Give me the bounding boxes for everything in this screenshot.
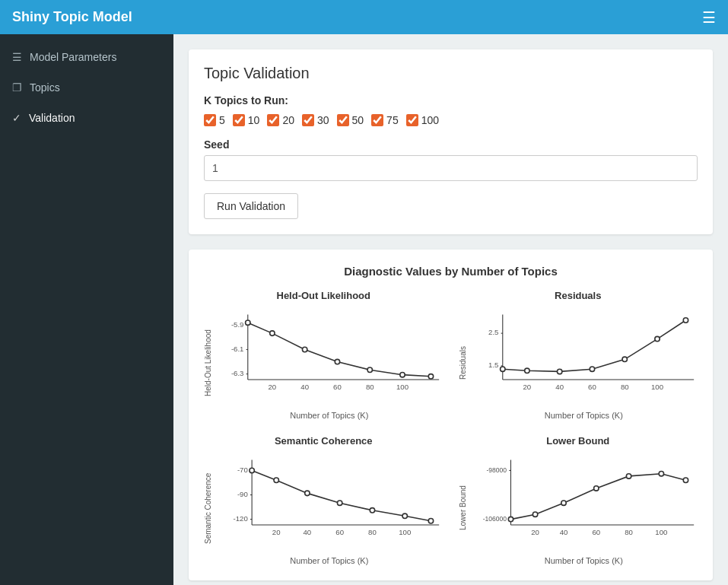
checkboxes-group: 5 10 20 30 50 [204,114,698,126]
main-content: Topic Validation K Topics to Run: 5 10 2… [173,34,728,585]
svg-text:2.5: 2.5 [488,328,498,336]
svg-text:-6.3: -6.3 [231,369,244,377]
sidebar: ☰ Model Parameters ❐ Topics ✓ Validation [0,34,173,585]
checkbox-50[interactable]: 50 [337,114,364,126]
k-topics-label: K Topics to Run: [204,94,698,107]
svg-text:40: 40 [304,528,312,536]
lower-bound-chart: Lower Bound Lower Bound -98000 -106000 [459,435,698,565]
svg-text:-120: -120 [234,514,248,523]
checkbox-75-label: 75 [386,114,399,126]
svg-point-19 [428,374,433,379]
residuals-area: 2.5 1.5 20 40 60 80 100 [470,306,698,420]
residuals-wrapper: Residuals 2.5 1.5 20 [459,306,698,420]
svg-point-18 [400,372,405,377]
lower-bound-wrapper: Lower Bound -98000 -106000 [459,451,698,565]
svg-text:20: 20 [523,383,531,391]
svg-text:60: 60 [592,528,600,536]
svg-text:20: 20 [272,528,281,536]
semantic-wrapper: Semantic Coherence -70 -90 -120 [204,451,443,565]
run-validation-button[interactable]: Run Validation [204,193,298,219]
svg-point-53 [305,491,310,495]
svg-text:60: 60 [333,383,342,391]
lower-bound-x-label: Number of Topics (K) [470,556,698,565]
checkbox-5-label: 5 [219,114,225,126]
svg-text:80: 80 [620,383,628,391]
residuals-y-label: Residuals [459,306,467,420]
svg-text:40: 40 [555,383,564,391]
svg-point-71 [561,501,565,505]
checkbox-100-label: 100 [421,114,439,126]
svg-point-14 [270,331,275,335]
svg-point-16 [335,359,339,364]
svg-point-17 [367,367,372,372]
checkbox-100[interactable]: 100 [406,114,439,126]
svg-point-34 [590,367,594,371]
svg-point-75 [683,478,688,482]
semantic-y-label: Semantic Coherence [204,451,212,565]
list-icon: ☰ [12,51,22,63]
sidebar-item-label: Model Parameters [30,51,116,63]
semantic-chart: Semantic Coherence Semantic Coherence -7… [204,435,443,565]
checkbox-30[interactable]: 30 [302,114,329,126]
svg-point-32 [524,368,529,373]
svg-text:80: 80 [625,528,633,536]
checkbox-5[interactable]: 5 [204,114,225,126]
checkbox-5-input[interactable] [204,114,216,126]
checkbox-20-input[interactable] [267,114,279,126]
checkbox-100-input[interactable] [406,114,418,126]
checkbox-20[interactable]: 20 [267,114,294,126]
sidebar-item-topics[interactable]: ❐ Topics [0,72,173,103]
svg-point-73 [626,474,631,478]
check-icon: ✓ [12,112,21,124]
svg-point-15 [302,347,307,351]
checkbox-50-input[interactable] [337,114,349,126]
svg-point-13 [246,320,250,325]
panel-title: Topic Validation [204,65,698,82]
sidebar-item-label: Validation [29,112,75,124]
hamburger-icon[interactable]: ☰ [702,8,716,27]
held-out-wrapper: Held-Out Likelihood -5.9 -6.1 [204,306,443,420]
checkbox-10[interactable]: 10 [233,114,260,126]
svg-text:100: 100 [399,528,411,536]
sidebar-item-validation[interactable]: ✓ Validation [0,103,173,133]
sidebar-item-model-parameters[interactable]: ☰ Model Parameters [0,42,173,72]
checkbox-75[interactable]: 75 [371,114,399,126]
semantic-x-label: Number of Topics (K) [215,556,443,565]
svg-point-54 [337,501,342,505]
svg-point-51 [250,468,254,472]
svg-point-33 [557,369,561,374]
svg-text:1.5: 1.5 [488,361,498,369]
svg-text:60: 60 [335,528,344,536]
residuals-x-label: Number of Topics (K) [470,411,698,420]
svg-text:-98000: -98000 [486,466,507,474]
checkbox-20-label: 20 [282,114,294,126]
svg-point-72 [593,486,598,491]
app-title: Shiny Topic Model [12,9,702,25]
charts-grid: Held-Out Likelihood Held-Out Likelihood … [204,290,698,565]
svg-text:80: 80 [368,528,377,536]
semantic-title: Semantic Coherence [204,435,443,447]
svg-point-31 [500,367,504,371]
checkbox-30-label: 30 [317,114,329,126]
seed-input[interactable] [204,155,698,181]
checkbox-10-input[interactable] [233,114,245,126]
svg-point-70 [532,512,537,517]
sidebar-item-label: Topics [30,81,60,94]
lower-bound-area: -98000 -106000 20 40 60 80 100 [470,451,698,565]
charts-main-title: Diagnostic Values by Number of Topics [204,265,698,278]
svg-text:40: 40 [300,383,309,391]
svg-point-35 [622,357,627,361]
svg-text:100: 100 [650,383,663,391]
checkbox-30-input[interactable] [302,114,314,126]
svg-text:-90: -90 [237,490,248,498]
svg-text:40: 40 [559,528,567,536]
validation-panel: Topic Validation K Topics to Run: 5 10 2… [189,49,713,234]
checkbox-75-input[interactable] [371,114,383,126]
svg-text:-5.9: -5.9 [231,320,244,329]
svg-point-52 [274,478,278,482]
seed-label: Seed [204,138,698,151]
svg-point-37 [683,318,688,323]
svg-text:100: 100 [655,528,667,536]
held-out-chart: Held-Out Likelihood Held-Out Likelihood … [204,290,443,420]
svg-text:-6.1: -6.1 [231,345,244,353]
